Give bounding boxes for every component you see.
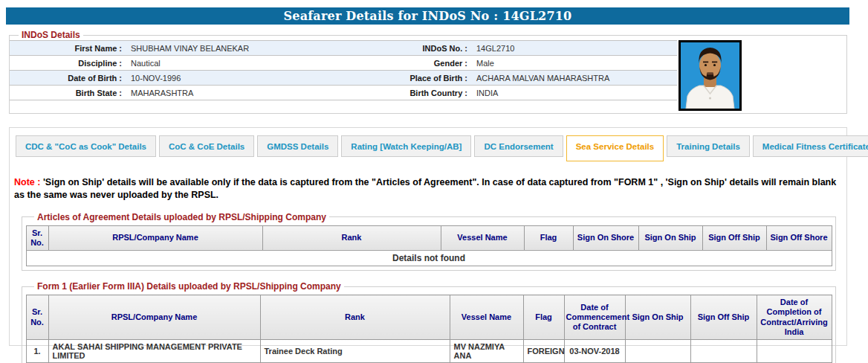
col-sr-no: Sr. No. [26,295,48,340]
articles-of-agreement-section: Articles of Agreement Details uploaded b… [22,212,836,271]
cell-rank: Trainee Deck Rating [260,339,450,362]
gender-value: Male [470,56,677,71]
col-rank: Rank [262,225,441,250]
col-rpsl-company-name: RPSL/Company Name [48,225,262,250]
col-flag: Flag [524,225,573,250]
col-sign-on-ship: Sign On Ship [625,295,690,340]
articles-of-agreement-table: Sr. No. RPSL/Company Name Rank Vessel Na… [26,225,832,266]
sea-service-panel: CDC & "CoC as Cook" Details CoC & CoE De… [9,127,847,346]
tab-gmdss-details[interactable]: GMDSS Details [257,135,338,157]
col-sign-on-ship: Sign On Ship [638,225,702,250]
indos-row-name: First Name : SHUBHAM VINAY BELANEKAR IND… [10,41,677,56]
form1-data-row: 1. AKAL SAHAI SHIPPING MANAGEMENT PRIVAT… [26,339,832,362]
col-vessel-name: Vessel Name [450,295,523,340]
place-of-birth-label: Place of Birth : [340,71,470,86]
birth-country-value: INDIA [470,86,677,100]
indos-row-discipline: Discipline : Nautical Gender : Male [10,56,677,71]
tab-cdc-coc-as-cook-details[interactable]: CDC & "CoC as Cook" Details [16,135,156,157]
seafarer-photo [678,40,742,111]
cell-sign-on-ship [625,339,690,362]
birth-state-label: Birth State : [10,86,125,100]
discipline-label: Discipline : [10,56,125,71]
cell-commencement-date: 03-NOV-2018 [564,339,625,362]
form1-section: Form 1 (Earlier Form IIIA) Details uploa… [22,281,836,363]
sign-on-ship-note: Note : 'Sign on Ship' details will be av… [14,176,838,202]
indos-details-section: INDoS Details First Name : SHUBHAM VINAY… [9,30,847,114]
tab-training-details[interactable]: Training Details [667,135,750,157]
birth-country-label: Birth Country : [340,86,470,100]
col-flag: Flag [523,295,564,340]
articles-header-row: Sr. No. RPSL/Company Name Rank Vessel Na… [26,225,832,250]
place-of-birth-value: ACHARA MALVAN MAHARASHTRA [470,71,677,86]
col-vessel-name: Vessel Name [441,225,524,250]
details-not-found-message: Details not found [26,251,832,266]
title-bar: Seafarer Details for INDoS No : 14GL2710 [6,7,849,25]
col-rpsl-company-name: RPSL/Company Name [48,295,260,340]
col-date-of-completion: Date of Completion of Contract/Arriving … [757,295,832,340]
cell-flag: FOREIGN [523,339,564,362]
note-prefix: Note : [14,177,40,187]
cell-sr-no: 1. [26,339,48,362]
articles-of-agreement-legend: Articles of Agreement Details uploaded b… [34,212,329,222]
discipline-value: Nautical [125,56,340,71]
tab-bar: CDC & "CoC as Cook" Details CoC & CoE De… [10,135,846,161]
cell-sign-off-ship [690,339,757,362]
col-rank: Rank [260,295,450,340]
cell-company: AKAL SAHAI SHIPPING MANAGEMENT PRIVATE L… [48,339,260,362]
indos-row-state: Birth State : MAHARASHTRA Birth Country … [10,86,677,100]
page-title: Seafarer Details for INDoS No : 14GL2710 [284,9,572,23]
col-sign-off-ship: Sign Off Ship [702,225,766,250]
tab-rating-watch-keeping-ab[interactable]: Rating [Watch Keeping/AB] [341,135,471,157]
tab-medical-fitness-certificate[interactable]: Medical Fitness Certificate [753,135,868,157]
col-sr-no: Sr. No. [26,225,48,250]
form1-legend: Form 1 (Earlier Form IIIA) Details uploa… [34,281,344,292]
cell-completion-date [757,339,832,362]
indos-no-label: INDoS No. : [340,41,470,56]
date-of-birth-label: Date of Birth : [10,71,125,86]
col-sign-off-ship: Sign Off Ship [690,295,757,340]
tab-sea-service-details[interactable]: Sea Service Details [566,135,664,161]
first-name-value: SHUBHAM VINAY BELANEKAR [125,41,340,56]
first-name-label: First Name : [10,41,125,56]
articles-empty-row: Details not found [26,251,832,266]
form1-header-row: Sr. No. RPSL/Company Name Rank Vessel Na… [26,295,832,340]
note-body: 'Sign on Ship' details will be available… [14,177,836,200]
tab-dc-endorsement[interactable]: DC Endorsement [474,135,563,157]
gender-label: Gender : [340,56,470,71]
cell-vessel: MV NAZMIYA ANA [450,339,523,362]
date-of-birth-value: 10-NOV-1996 [125,71,340,86]
birth-state-value: MAHARASHTRA [125,86,340,100]
col-sign-off-shore: Sign Off Shore [766,225,832,250]
indos-row-birth: Date of Birth : 10-NOV-1996 Place of Bir… [10,71,677,86]
indos-details-table: First Name : SHUBHAM VINAY BELANEKAR IND… [10,40,677,100]
indos-no-value: 14GL2710 [470,41,677,56]
form1-table: Sr. No. RPSL/Company Name Rank Vessel Na… [26,295,832,363]
col-sign-on-shore: Sign On Shore [573,225,638,250]
col-date-of-commencement: Date of Commencement of Contract [564,295,625,340]
tab-coc-coe-details[interactable]: CoC & CoE Details [159,135,254,157]
indos-details-legend: INDoS Details [19,30,83,40]
